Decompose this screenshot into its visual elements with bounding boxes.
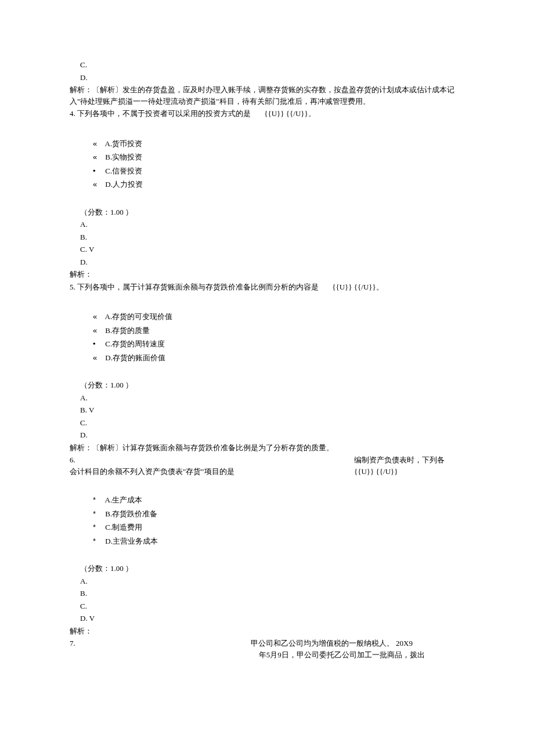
q5-score: （分数：1.00 ） (70, 379, 464, 391)
q4-option-c-label: C.信誉投资 (105, 167, 142, 175)
bullet-icon: * (93, 536, 103, 547)
q6-option-d-label: D.主营业务成本 (105, 537, 158, 545)
q6-answer-b: B. (70, 588, 464, 599)
q5-option-b: « B.存货的质量 (70, 325, 464, 337)
q6-option-a-label: A.生产成本 (105, 495, 143, 504)
q5-stem-text: 5. 下列各项中，属于计算存货账面余额与存货跌价准备比例而分析的内容是 (70, 283, 319, 291)
q4-option-d-label: D.人力投资 (105, 180, 143, 189)
q6-option-c: * C.制造费用 (70, 522, 464, 533)
bullet-icon: « (93, 311, 103, 323)
q6-answer-d: D. V (70, 613, 464, 624)
q5-option-d: « D.存货的账面价值 (70, 352, 464, 364)
q4-stem-text: 4. 下列各项中，不属于投资者可以采用的投资方式的是 (70, 109, 251, 118)
bullet-icon: « (93, 325, 103, 337)
bullet-icon: « (93, 151, 103, 163)
q6-answer-a: A. (70, 576, 464, 587)
q5-answer-a: A. (70, 392, 464, 404)
q6-option-b: * B.存货跌价准备 (70, 508, 464, 520)
q4-option-b-label: B.实物投资 (105, 153, 142, 161)
q5-option-d-label: D.存货的账面价值 (105, 353, 165, 362)
bullet-icon: * (93, 522, 103, 533)
bullet-icon: * (93, 508, 103, 520)
q5-option-c-label: C.存货的周转速度 (105, 339, 165, 348)
q7-number: 7. (70, 638, 75, 649)
bullet-icon: • (93, 338, 103, 350)
bullet-icon: * (93, 494, 103, 506)
q4-score: （分数：1.00 ） (70, 207, 464, 218)
bullet-icon: « (93, 179, 103, 190)
q4-stem: 4. 下列各项中，不属于投资者可以采用的投资方式的是 {{U}} {{/U}}。 (70, 108, 464, 120)
q4-explanation: 解析： (70, 269, 464, 280)
q5-answer-c: C. (70, 417, 464, 429)
q6-explanation: 解析： (70, 625, 464, 637)
bullet-icon: « (93, 352, 103, 364)
answer-option-d: D. (70, 72, 464, 84)
document-page: C. D. 解析：〔解析〕发生的存货盘盈，应及时办理入账手续，调整存货账的实存数… (0, 0, 534, 756)
q6-option-b-label: B.存货跌价准备 (105, 509, 157, 518)
q6-option-a: * A.生产成本 (70, 494, 464, 506)
q5-answer-b: B. V (70, 404, 464, 416)
q6-right1: 编制资产负债表时，下列各 (354, 454, 464, 466)
q4-answer-b: B. (70, 231, 464, 243)
q5-stem: 5. 下列各项中，属于计算存货账面余额与存货跌价准备比例而分析的内容是 {{U}… (70, 281, 464, 293)
q3-explanation: 解析：〔解析〕发生的存货盘盈，应及时办理入账手续，调整存货账的实存数，按盘盈存货… (70, 84, 464, 107)
q6-tag: {{U}} {{/U}} (354, 466, 464, 478)
q5-option-b-label: B.存货的质量 (105, 326, 150, 335)
q5-explanation: 解析：〔解析〕计算存货账面余额与存货跌价准备比例是为了分析存货的质量。 (70, 442, 464, 454)
q5-option-a-label: A.存货的可变现价值 (105, 312, 173, 321)
q4-answer-a: A. (70, 219, 464, 230)
bullet-icon: « (93, 138, 103, 150)
q5-option-a: « A.存货的可变现价值 (70, 311, 464, 323)
q6-left2: 会计科目的余额不列入资产负债表"存货"项目的是 (70, 466, 234, 478)
q7-right2: 年5月9日，甲公司委托乙公司加工一批商品，拨出 (259, 649, 425, 661)
bullet-icon: • (93, 165, 103, 177)
q7-row1: 7. 甲公司和乙公司均为增值税的一般纳税人。 20X9 (70, 638, 464, 649)
q4-option-a: « A.货币投资 (70, 138, 464, 150)
q4-answer-c: C. V (70, 244, 464, 255)
q4-option-a-label: A.货币投资 (105, 139, 143, 148)
q6-option-c-label: C.制造费用 (105, 523, 142, 531)
q4-tag: {{U}} {{/U}}。 (252, 109, 316, 118)
q5-option-c: • C.存货的周转速度 (70, 338, 464, 350)
q6-score: （分数：1.00 ） (70, 563, 464, 574)
answer-option-c: C. (70, 59, 464, 71)
q6-option-d: * D.主营业务成本 (70, 536, 464, 547)
q4-answer-d: D. (70, 256, 464, 268)
q7-right1: 甲公司和乙公司均为增值税的一般纳税人。 20X9 (251, 638, 413, 649)
q6-answer-c: C. (70, 601, 464, 612)
q4-option-c: • C.信誉投资 (70, 165, 464, 177)
q6-row2: 会计科目的余额不列入资产负债表"存货"项目的是 {{U}} {{/U}} (70, 466, 464, 478)
q4-option-b: « B.实物投资 (70, 151, 464, 163)
q6-row1: 6. 编制资产负债表时，下列各 (70, 454, 464, 466)
q6-number: 6. (70, 454, 75, 466)
q5-answer-d: D. (70, 429, 464, 441)
q7-row2: 7. 年5月9日，甲公司委托乙公司加工一批商品，拨出 (70, 649, 464, 661)
q5-tag: {{U}} {{/U}}。 (320, 283, 384, 291)
q4-option-d: « D.人力投资 (70, 179, 464, 190)
